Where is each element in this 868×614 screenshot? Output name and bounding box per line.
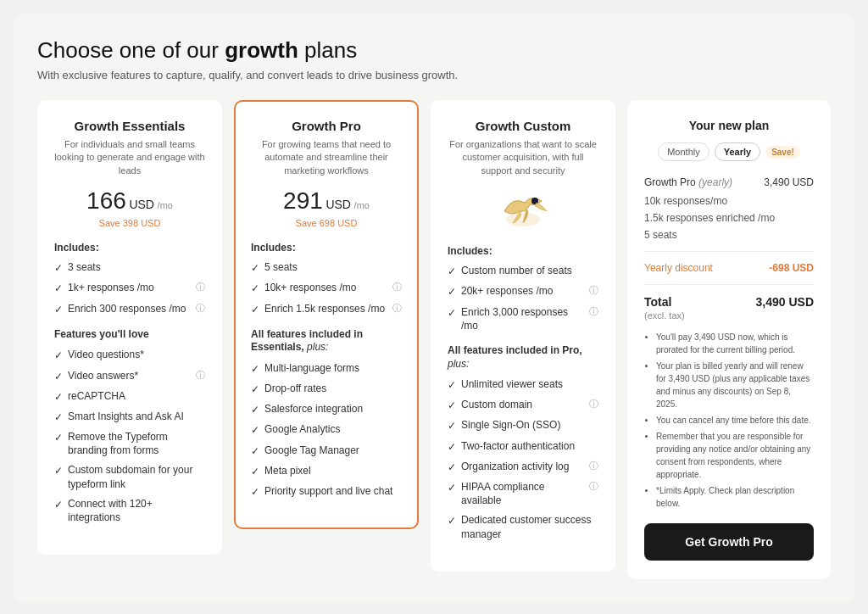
essentials-title: Growth Essentials: [54, 119, 205, 133]
sidebar-plan-name: Growth Pro (yearly): [644, 176, 732, 188]
list-item: ✓Priority support and live chat: [251, 484, 402, 499]
custom-icon: [448, 187, 598, 237]
sidebar-panel: Your new plan Monthly Yearly Save! Growt…: [627, 100, 831, 579]
list-item: ✓Custom domainⓘ: [448, 398, 598, 412]
pro-title: Growth Pro: [251, 119, 402, 133]
svg-point-0: [506, 213, 540, 226]
plan-custom: Growth Custom For organizations that wan…: [431, 100, 615, 572]
list-item: ✓Enrich 300 responses /moⓘ: [54, 302, 205, 316]
discount-value: -698 USD: [769, 262, 814, 274]
list-item: ✓Enrich 3,000 responses /moⓘ: [448, 305, 598, 332]
custom-desc: For organizations that want to scale cus…: [448, 138, 598, 177]
list-item: ✓20k+ responses /moⓘ: [448, 284, 598, 299]
list-item: ✓Smart Insights and Ask AI: [54, 410, 205, 424]
page-heading: Choose one of our growth plans: [37, 37, 831, 64]
sidebar-plan-price: 3,490 USD: [764, 176, 814, 188]
total-label: Total: [644, 295, 671, 309]
page-subtitle: With exclusive features to capture, qual…: [37, 69, 831, 81]
sidebar-feature-2: 5 seats: [644, 229, 814, 241]
cta-button[interactable]: Get Growth Pro: [644, 523, 814, 561]
custom-includes-label: Includes:: [448, 245, 598, 257]
list-item: ✓Single Sign-On (SSO): [448, 418, 598, 433]
pro-desc: For growing teams that need to automate …: [251, 138, 402, 177]
billing-toggle: Monthly Yearly Save!: [644, 142, 814, 161]
custom-section-label: All features included in Pro, plus:: [448, 344, 598, 371]
list-item: ✓Meta pixel: [251, 464, 402, 478]
list-item: ✓Custom number of seats: [448, 264, 598, 278]
list-item: ✓3 seats: [54, 260, 205, 275]
list-item: ✓HIPAA compliance availableⓘ: [448, 480, 598, 507]
essentials-price: 166 USD /mo: [54, 187, 205, 215]
list-item: ✓10k+ responses /moⓘ: [251, 281, 402, 295]
essentials-love-features: ✓Video questions* ✓Video answers*ⓘ ✓reCA…: [54, 348, 205, 524]
billing-monthly-button[interactable]: Monthly: [658, 142, 709, 161]
sidebar-feature-0: 10k responses/mo: [644, 195, 814, 207]
list-item: ✓Remove the Typeform branding from forms: [54, 430, 205, 457]
list-item: ✓1k+ responses /moⓘ: [54, 281, 205, 295]
total-value: 3,490 USD: [756, 295, 814, 309]
list-item: ✓reCAPTCHA: [54, 389, 205, 404]
plan-pro: Growth Pro For growing teams that need t…: [234, 100, 419, 529]
pro-savings: Save 698 USD: [251, 218, 402, 228]
list-item: ✓Google Analytics: [251, 422, 402, 437]
list-item: ✓Unlimited viewer seats: [448, 377, 598, 392]
list-item: ✓Two-factor authentication: [448, 439, 598, 454]
sidebar-divider-2: [644, 284, 814, 285]
custom-title: Growth Custom: [448, 119, 598, 133]
discount-label: Yearly discount: [644, 262, 713, 274]
sidebar-title: Your new plan: [644, 119, 814, 132]
sidebar-notes: You'll pay 3,490 USD now, which is prora…: [644, 331, 814, 510]
essentials-base-features: ✓3 seats ✓1k+ responses /moⓘ ✓Enrich 300…: [54, 260, 205, 316]
pro-price: 291 USD /mo: [251, 187, 402, 215]
list-item: ✓Custom subdomain for your typeform link: [54, 463, 205, 490]
note-item: Your plan is billed yearly and will rene…: [656, 360, 814, 410]
pro-love-features: ✓Multi-language forms ✓Drop-off rates ✓S…: [251, 361, 402, 499]
total-subtext: (excl. tax): [644, 310, 814, 321]
list-item: ✓Video answers*ⓘ: [54, 369, 205, 383]
pro-section-label: All features included in Essentials, plu…: [251, 328, 402, 354]
list-item: ✓Drop-off rates: [251, 382, 402, 396]
list-item: ✓Organization activity logⓘ: [448, 460, 598, 474]
plans-row: Growth Essentials For individuals and sm…: [37, 100, 831, 579]
list-item: ✓Enrich 1.5k responses /moⓘ: [251, 302, 402, 316]
billing-yearly-button[interactable]: Yearly: [715, 142, 760, 161]
sidebar-divider-1: [644, 251, 814, 252]
list-item: ✓Connect with 120+ integrations: [54, 497, 205, 524]
list-item: ✓Video questions*: [54, 348, 205, 362]
essentials-includes-label: Includes:: [54, 242, 205, 254]
sidebar-plan-row: Growth Pro (yearly) 3,490 USD: [644, 176, 814, 188]
pro-includes-label: Includes:: [251, 242, 402, 254]
list-item: ✓Google Tag Manager: [251, 444, 402, 458]
save-badge: Save!: [765, 146, 800, 159]
note-item: *Limits Apply. Check plan description be…: [656, 484, 814, 510]
essentials-love-label: Features you'll love: [54, 328, 205, 342]
page-container: Choose one of our growth plans With excl…: [14, 14, 854, 603]
sidebar-total-row: Total 3,490 USD: [644, 295, 814, 309]
note-item: You can cancel any time before this date…: [656, 414, 814, 427]
plan-essentials: Growth Essentials For individuals and sm…: [37, 100, 222, 555]
list-item: ✓Salesforce integration: [251, 402, 402, 416]
custom-love-features: ✓Unlimited viewer seats ✓Custom domainⓘ …: [448, 377, 598, 541]
list-item: ✓Multi-language forms: [251, 361, 402, 376]
pro-base-features: ✓5 seats ✓10k+ responses /moⓘ ✓Enrich 1.…: [251, 260, 402, 316]
essentials-savings: Save 398 USD: [54, 218, 205, 228]
essentials-desc: For individuals and small teams looking …: [54, 138, 205, 177]
custom-base-features: ✓Custom number of seats ✓20k+ responses …: [448, 264, 598, 332]
list-item: ✓Dedicated customer success manager: [448, 513, 598, 540]
note-item: You'll pay 3,490 USD now, which is prora…: [656, 331, 814, 356]
sidebar-feature-1: 1.5k responses enriched /mo: [644, 212, 814, 224]
note-item: Remember that you are responsible for pr…: [656, 430, 814, 481]
list-item: ✓5 seats: [251, 260, 402, 275]
sidebar-discount-row: Yearly discount -698 USD: [644, 262, 814, 274]
